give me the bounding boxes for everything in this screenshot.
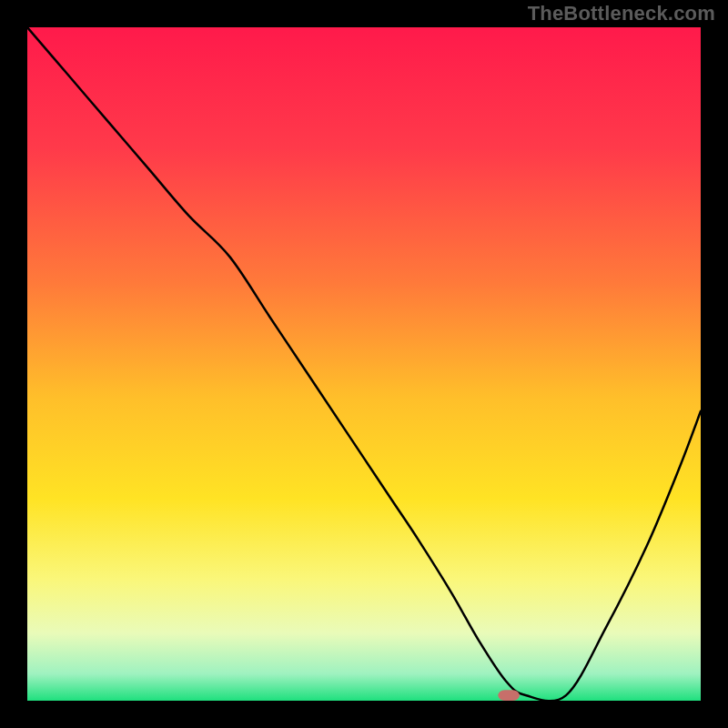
watermark-text: TheBottleneck.com — [528, 2, 715, 25]
bottleneck-chart — [27, 27, 701, 701]
plot-area — [27, 27, 701, 701]
chart-frame: TheBottleneck.com — [0, 0, 728, 728]
selected-point-marker — [498, 690, 520, 701]
gradient-background — [27, 27, 701, 701]
